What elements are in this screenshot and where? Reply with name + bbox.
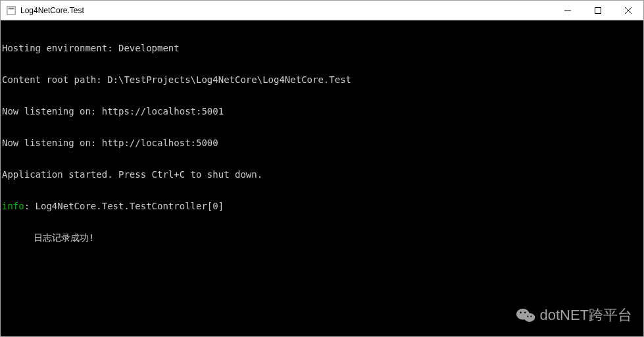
svg-rect-3: [595, 7, 601, 13]
window-title: Log4NetCore.Test: [20, 6, 553, 15]
log-source: : Log4NetCore.Test.TestController[0]: [24, 201, 224, 211]
console-line: Hosting environment: Development: [2, 43, 642, 53]
maximize-button[interactable]: [583, 1, 613, 20]
console-line: Now listening on: https://localhost:5001: [2, 106, 642, 117]
console-output[interactable]: Hosting environment: Development Content…: [1, 20, 643, 336]
console-line: Now listening on: http://localhost:5000: [2, 138, 642, 148]
titlebar[interactable]: Log4NetCore.Test: [1, 1, 643, 20]
svg-rect-1: [9, 7, 14, 9]
console-info-line: info: Log4NetCore.Test.TestController[0]: [2, 201, 642, 211]
window-controls: [553, 1, 643, 20]
console-message-line: 日志记录成功!: [2, 232, 642, 243]
console-line: Application started. Press Ctrl+C to shu…: [2, 169, 642, 180]
log-level-info: info: [2, 201, 24, 211]
console-line: Content root path: D:\TestProjects\Log4N…: [2, 74, 642, 85]
close-button[interactable]: [613, 1, 643, 20]
app-icon: [6, 5, 16, 16]
console-window: Log4NetCore.Test Hosting environment: De…: [0, 0, 644, 337]
minimize-button[interactable]: [553, 1, 583, 20]
